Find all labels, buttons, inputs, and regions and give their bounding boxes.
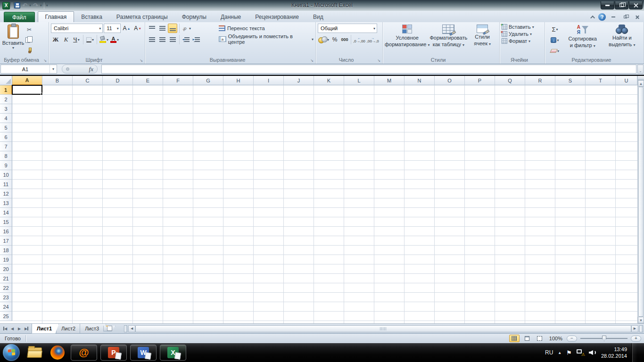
restore-button[interactable]: [615, 1, 628, 9]
align-left-button[interactable]: [147, 35, 157, 44]
column-header-S[interactable]: S: [555, 76, 586, 85]
column-header-K[interactable]: K: [314, 76, 344, 85]
align-right-button[interactable]: [168, 35, 177, 44]
clipboard-dialog-launcher[interactable]: ↘: [42, 58, 48, 63]
first-sheet-button[interactable]: ◀: [2, 325, 8, 332]
conditional-formatting-button[interactable]: Условное форматирование ▾: [385, 24, 429, 56]
underline-button[interactable]: Ч▾: [72, 35, 81, 44]
decrease-decimal-button[interactable]: →,00→,0: [366, 35, 380, 44]
column-header-U[interactable]: U: [616, 76, 637, 85]
row-header-24[interactable]: 24: [0, 302, 12, 312]
tab-file[interactable]: Файл: [4, 12, 35, 22]
word-taskbar-button[interactable]: W: [130, 345, 157, 361]
row-header-21[interactable]: 21: [0, 274, 12, 283]
save-icon[interactable]: [14, 2, 20, 8]
column-header-O[interactable]: O: [435, 76, 465, 85]
row-header-11[interactable]: 11: [0, 180, 12, 189]
excel-taskbar-button[interactable]: X: [160, 345, 186, 361]
workbook-restore-button[interactable]: [621, 14, 629, 20]
number-format-combo[interactable]: Общий▾: [318, 24, 377, 33]
column-header-J[interactable]: J: [284, 76, 314, 85]
select-all-corner[interactable]: [0, 76, 12, 85]
alignment-dialog-launcher[interactable]: ↘: [309, 58, 314, 63]
fill-handle[interactable]: [41, 93, 43, 95]
scroll-right-button[interactable]: ▶: [631, 325, 638, 332]
column-header-F[interactable]: F: [163, 76, 193, 85]
sheet-tab-Лист1[interactable]: Лист1: [32, 324, 59, 334]
scroll-left-button[interactable]: ◀: [128, 325, 135, 332]
column-header-C[interactable]: C: [73, 76, 103, 85]
font-name-combo[interactable]: Calibri▾: [51, 24, 103, 33]
row-header-19[interactable]: 19: [0, 255, 12, 264]
percent-button[interactable]: %: [330, 35, 339, 44]
row-header-14[interactable]: 14: [0, 208, 12, 217]
row-header-13[interactable]: 13: [0, 198, 12, 208]
row-header-12[interactable]: 12: [0, 189, 12, 198]
minimize-button[interactable]: [601, 1, 614, 9]
font-size-combo[interactable]: 11▾: [104, 24, 121, 33]
bold-button[interactable]: Ж: [51, 35, 60, 44]
autosum-button[interactable]: Σ▾: [547, 25, 563, 34]
column-header-D[interactable]: D: [103, 76, 133, 85]
format-cells-button[interactable]: Формат▾: [502, 38, 543, 44]
copy-button[interactable]: ▾: [25, 35, 34, 45]
close-button[interactable]: [629, 1, 643, 9]
insert-sheet-button[interactable]: [103, 326, 116, 331]
firefox-taskbar-button[interactable]: [48, 344, 67, 361]
italic-button[interactable]: К: [61, 35, 71, 44]
vertical-scroll-thumb[interactable]: [638, 87, 644, 317]
tab-Вставка[interactable]: Вставка: [74, 12, 109, 22]
volume-icon[interactable]: [589, 349, 596, 356]
fill-button[interactable]: ↓▾: [547, 35, 563, 45]
format-as-table-button[interactable]: Форматировать как таблицу ▾: [429, 24, 467, 56]
align-middle-button[interactable]: [157, 24, 167, 33]
tab-Главная[interactable]: Главная: [38, 11, 74, 22]
vertical-split-handle[interactable]: [638, 76, 644, 80]
increase-indent-button[interactable]: [192, 35, 201, 44]
column-header-Q[interactable]: Q: [495, 76, 525, 85]
font-dialog-launcher[interactable]: ↘: [139, 58, 144, 63]
workbook-minimize-button[interactable]: [609, 14, 618, 20]
row-header-4[interactable]: 4: [0, 114, 12, 123]
normal-view-button[interactable]: [509, 335, 520, 342]
decrease-indent-button[interactable]: [182, 35, 191, 44]
insert-function-button[interactable]: fx: [62, 65, 98, 74]
prev-sheet-button[interactable]: ◀: [9, 325, 16, 332]
horizontal-scrollbar[interactable]: ◀ ▶: [124, 324, 644, 334]
row-header-16[interactable]: 16: [0, 227, 12, 236]
tab-split-handle[interactable]: [124, 325, 127, 332]
network-status-icon[interactable]: ⚠: [577, 349, 584, 356]
minimize-ribbon-icon[interactable]: [590, 15, 595, 20]
sheet-tab-Лист2[interactable]: Лист2: [56, 324, 83, 334]
undo-caret-icon[interactable]: ▾: [29, 3, 31, 8]
increase-decimal-button[interactable]: ←,0→,00: [353, 35, 366, 44]
align-top-button[interactable]: [147, 24, 157, 33]
tab-Разметка страницы[interactable]: Разметка страницы: [109, 12, 175, 22]
number-dialog-launcher[interactable]: ↘: [376, 58, 381, 63]
workbook-close-button[interactable]: [633, 14, 641, 20]
row-header-7[interactable]: 7: [0, 142, 12, 151]
clock[interactable]: 13:49 28.02.2014: [601, 346, 627, 359]
cut-button[interactable]: ✂: [25, 25, 34, 34]
action-center-flag-icon[interactable]: ⚑: [566, 349, 572, 356]
row-header-9[interactable]: 9: [0, 161, 12, 170]
explorer-taskbar-button[interactable]: [25, 344, 44, 361]
hidden-icons-button[interactable]: ▲: [558, 351, 561, 355]
column-header-G[interactable]: G: [193, 76, 223, 85]
row-header-10[interactable]: 10: [0, 170, 12, 180]
accounting-format-button[interactable]: ▾: [318, 35, 330, 44]
horizontal-scroll-thumb[interactable]: [135, 325, 631, 332]
increase-font-button[interactable]: A▲: [122, 24, 132, 33]
last-sheet-button[interactable]: ▶: [23, 325, 30, 332]
align-bottom-button[interactable]: [168, 24, 177, 33]
column-header-R[interactable]: R: [525, 76, 555, 85]
zoom-level[interactable]: 100%: [549, 336, 562, 341]
row-header-3[interactable]: 3: [0, 104, 12, 114]
sort-filter-button[interactable]: АЯ Сортировка и фильтр ▾: [563, 24, 603, 56]
row-header-1[interactable]: 1: [0, 85, 12, 95]
align-center-button[interactable]: [157, 35, 167, 44]
excel-app-icon[interactable]: X: [2, 2, 10, 9]
column-header-A[interactable]: A: [12, 76, 42, 85]
scroll-down-button[interactable]: ▼: [638, 317, 644, 323]
tab-Формулы[interactable]: Формулы: [175, 12, 214, 22]
